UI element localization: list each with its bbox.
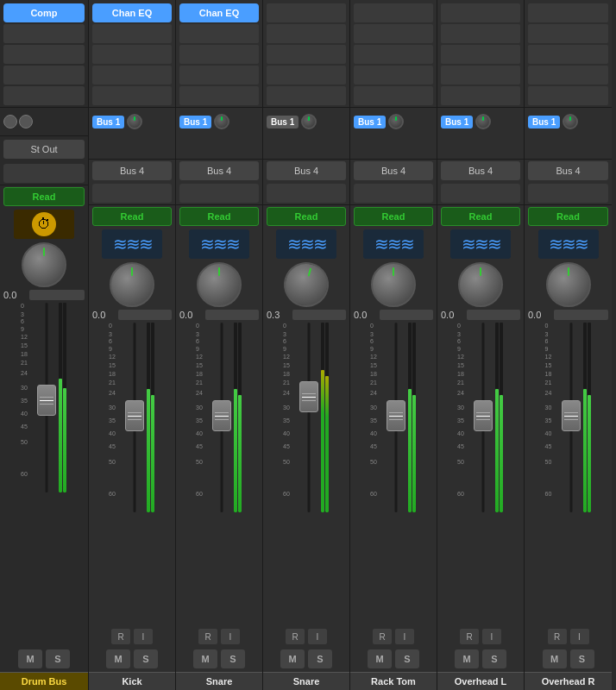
send-knob-snare2[interactable] <box>301 114 317 129</box>
mute-btn-overhead-r[interactable]: M <box>543 649 567 668</box>
pan-knob-overhead-r[interactable] <box>546 262 591 307</box>
fader-handle-rack-tom[interactable] <box>387 400 405 431</box>
wave-section-overhead-r: ≋≋≋ <box>525 228 612 260</box>
send-bus1-overhead-r[interactable]: Bus 1 <box>528 116 560 129</box>
send-knob-overhead-r[interactable] <box>563 114 578 129</box>
plugin-chaneq-snare1[interactable]: Chan EQ <box>179 3 259 22</box>
auto-btn-drum-bus[interactable]: Read <box>3 187 85 206</box>
send-bus1-overhead-l[interactable]: Bus 1 <box>441 116 473 129</box>
i-btn-overhead-r[interactable]: I <box>570 629 589 644</box>
auto-btn-snare1[interactable]: Read <box>179 207 259 226</box>
auto-btn-rack-tom[interactable]: Read <box>354 207 433 226</box>
i-btn-rack-tom[interactable]: I <box>395 629 414 644</box>
wave-section: ⏱ <box>0 208 88 241</box>
send-knob-rack-tom[interactable] <box>388 114 404 129</box>
mute-btn-snare2[interactable]: M <box>280 649 305 668</box>
send-bus1-kick[interactable]: Bus 1 <box>92 116 124 129</box>
pan-knob-rack-tom[interactable] <box>371 262 416 307</box>
send-row-overhead-r: Bus 1 <box>528 111 608 132</box>
fader-whole: 0 3 6 9 12 15 18 21 24 30 35 40 45 50 60 <box>21 303 67 492</box>
send-row-overhead-l: Bus 1 <box>441 111 520 132</box>
fader-handle-overhead-l[interactable] <box>474 400 493 431</box>
fader-handle-kick[interactable] <box>125 400 144 431</box>
scale-15: 15 <box>21 342 28 348</box>
output-bus4-overhead-r[interactable]: Bus 4 <box>528 161 608 180</box>
mute-btn-kick[interactable]: M <box>106 649 130 668</box>
solo-btn-snare1[interactable]: S <box>221 649 245 668</box>
solo-btn-rack-tom[interactable]: S <box>395 649 419 668</box>
auto-btn-snare2[interactable]: Read <box>267 207 346 226</box>
mute-btn-drum-bus[interactable]: M <box>18 649 42 668</box>
i-btn-snare2[interactable]: I <box>308 629 327 644</box>
output-bus4-snare1[interactable]: Bus 4 <box>179 161 259 180</box>
solo-btn-kick[interactable]: S <box>134 649 158 668</box>
scale-40: 40 <box>21 411 28 417</box>
fader-whole-kick: 0 3 6 9 12 15 18 21 24 30 35 40 45 50 60 <box>109 323 155 512</box>
pan-section-overhead-l <box>437 260 524 309</box>
send-bus1-snare2[interactable]: Bus 1 <box>267 116 299 129</box>
plugin-comp[interactable]: Comp <box>3 3 85 22</box>
r-btn-overhead-l[interactable]: R <box>460 629 479 644</box>
r-btn-snare2[interactable]: R <box>286 629 305 644</box>
solo-btn-drum-bus[interactable]: S <box>46 649 70 668</box>
wave-section-rack-tom: ≋≋≋ <box>350 228 437 260</box>
mute-btn-overhead-l[interactable]: M <box>455 649 479 668</box>
pan-value-snare1: 0.0 <box>176 309 262 321</box>
fader-handle-snare2[interactable] <box>299 381 318 412</box>
pan-knob-snare1[interactable] <box>197 262 242 307</box>
solo-btn-snare2[interactable]: S <box>308 649 332 668</box>
r-btn-kick[interactable]: R <box>111 629 130 644</box>
send-row-kick: Bus 1 <box>92 111 172 132</box>
meter-strip-r-kick <box>151 323 154 512</box>
solo-btn-overhead-l[interactable]: S <box>482 649 506 668</box>
pan-section-snare1 <box>176 260 262 309</box>
wave-display-overhead-r: ≋≋≋ <box>538 229 599 259</box>
auto-section-kick: Read <box>89 205 175 228</box>
fader-section-rack-tom: 0 3 6 9 12 15 18 21 24 30 35 40 45 50 60 <box>350 321 437 627</box>
auto-section-snare1: Read <box>176 205 262 228</box>
mute-btn-rack-tom[interactable]: M <box>368 649 392 668</box>
ri-section-kick: R I <box>111 627 153 646</box>
channel-name-overhead-l: Overhead L <box>437 672 524 690</box>
send-row-rack-tom: Bus 1 <box>354 111 433 132</box>
auto-btn-kick[interactable]: Read <box>92 207 172 226</box>
fader-handle-drum-bus[interactable] <box>37 385 56 416</box>
send-knob-overhead-l[interactable] <box>475 114 491 129</box>
wave-display-rack-tom: ≋≋≋ <box>363 229 424 259</box>
pan-knob-kick[interactable] <box>110 262 154 307</box>
output-stout[interactable]: St Out <box>3 140 85 159</box>
send-knob-snare1[interactable] <box>214 114 229 129</box>
output-bus4-snare2[interactable]: Bus 4 <box>267 161 346 180</box>
fader-section-overhead-r: 0 3 6 9 12 15 18 21 24 30 35 40 45 50 60 <box>525 321 612 627</box>
pan-knob-drum-bus[interactable] <box>22 242 66 287</box>
ri-section-overhead-l: R I <box>460 627 501 646</box>
send-knob-kick[interactable] <box>127 114 142 129</box>
mute-btn-snare1[interactable]: M <box>193 649 217 668</box>
i-btn-snare1[interactable]: I <box>221 629 240 644</box>
channel-name-rack-tom: Rack Tom <box>350 672 437 690</box>
r-btn-snare1[interactable]: R <box>198 629 217 644</box>
pan-knob-snare2[interactable] <box>279 257 334 312</box>
send-bus1-snare1[interactable]: Bus 1 <box>179 116 211 129</box>
send-bus1-rack-tom[interactable]: Bus 1 <box>354 116 386 129</box>
output-bus4-kick[interactable]: Bus 4 <box>92 161 172 180</box>
ms-section-kick: M S <box>106 646 158 672</box>
scale-col: 0 3 6 9 12 15 18 21 24 30 35 40 45 50 60 <box>21 303 35 492</box>
plugin-chaneq-kick[interactable]: Chan EQ <box>92 3 172 22</box>
pan-value-rack-tom: 0.0 <box>350 309 437 321</box>
solo-btn-overhead-r[interactable]: S <box>570 649 594 668</box>
r-btn-rack-tom[interactable]: R <box>373 629 392 644</box>
i-btn-kick[interactable]: I <box>134 629 153 644</box>
fader-handle-overhead-r[interactable] <box>562 400 581 431</box>
pan-knob-overhead-l[interactable] <box>458 262 503 307</box>
scale-50: 50 <box>21 439 28 445</box>
auto-btn-overhead-l[interactable]: Read <box>441 207 520 226</box>
output-bus4-rack-tom[interactable]: Bus 4 <box>354 161 433 180</box>
channel-name-drum-bus: Drum Bus <box>0 672 88 690</box>
auto-btn-overhead-r[interactable]: Read <box>528 207 608 226</box>
fader-handle-snare1[interactable] <box>212 400 231 431</box>
scale-12: 12 <box>21 334 28 340</box>
i-btn-overhead-l[interactable]: I <box>482 629 501 644</box>
r-btn-overhead-r[interactable]: R <box>548 629 567 644</box>
output-bus4-overhead-l[interactable]: Bus 4 <box>441 161 520 180</box>
